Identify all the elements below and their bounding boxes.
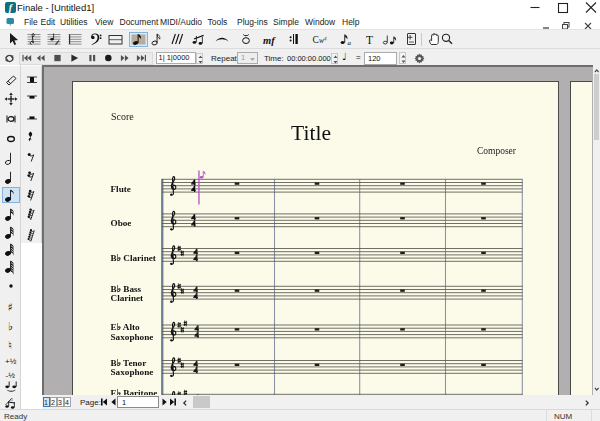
natural-button[interactable]: ♮ xyxy=(2,336,20,352)
repeat-tool-button[interactable] xyxy=(287,33,302,46)
menu-midi-audio[interactable]: MIDI/Audio xyxy=(160,16,202,28)
half-note-button[interactable] xyxy=(2,150,20,166)
key-signature-sharp xyxy=(181,362,184,368)
scroll-right-arrow[interactable] xyxy=(583,397,591,408)
sharp-button[interactable]: ♯ xyxy=(2,298,20,314)
tempo-field[interactable]: 120 xyxy=(364,52,397,65)
page-tab-3[interactable]: 3 xyxy=(57,397,64,408)
page-tab-1[interactable]: 1 xyxy=(43,397,50,408)
menu-view[interactable]: View xyxy=(95,16,113,28)
sixtyfourth-rest-button[interactable] xyxy=(23,206,41,222)
onetwentyeighth-note-button[interactable] xyxy=(2,258,20,274)
vertical-scrollbar[interactable] xyxy=(593,65,600,395)
half-rest-button[interactable] xyxy=(23,109,41,125)
next-page-button[interactable] xyxy=(161,396,169,407)
speedy-entry-tool-button[interactable] xyxy=(46,33,62,46)
to-start-button[interactable] xyxy=(21,52,34,64)
horizontal-scroll-thumb[interactable] xyxy=(193,396,210,408)
minimize-button[interactable] xyxy=(526,0,544,15)
page-number-input[interactable]: 1 xyxy=(117,396,159,409)
onetwentyeighth-rest-button[interactable] xyxy=(23,227,41,243)
whole-rest-button[interactable] xyxy=(23,90,41,106)
quarter-rest-button[interactable] xyxy=(23,129,41,145)
menu-utilities[interactable]: Utilities xyxy=(60,16,87,28)
horizontal-scrollbar[interactable] xyxy=(190,396,600,409)
menu-plug-ins[interactable]: Plug-ins xyxy=(237,16,268,28)
page-navigation-bar: 1234 Page: 1 xyxy=(42,395,600,409)
sixteenth-rest-button[interactable] xyxy=(23,168,41,184)
playback-counter-field[interactable]: 1| 1|0000 xyxy=(156,52,196,64)
chord-tool-button[interactable]: Cw♯ xyxy=(311,33,330,46)
menu-simple[interactable]: Simple xyxy=(273,16,299,28)
tuplet-tool-button[interactable] xyxy=(169,33,185,46)
menu-document[interactable]: Document xyxy=(120,16,159,28)
menu-help[interactable]: Help xyxy=(342,16,359,28)
measure-tool-button[interactable] xyxy=(107,33,124,46)
lyrics-tool-button[interactable]: a xyxy=(338,33,355,46)
repeat-select[interactable]: 1 xyxy=(237,52,258,64)
mdi-minimize-button[interactable] xyxy=(541,17,551,27)
first-page-button[interactable] xyxy=(100,396,108,407)
counter-spinner[interactable] xyxy=(196,53,203,64)
play-button[interactable] xyxy=(69,52,82,64)
zoom-tool-button[interactable] xyxy=(439,33,455,46)
tempo-spinner[interactable] xyxy=(399,52,406,64)
expression-tool-button[interactable]: mf xyxy=(261,33,279,46)
augmentation-dot-button[interactable] xyxy=(2,278,20,294)
eighth-rest-button[interactable] xyxy=(23,149,41,165)
move-button[interactable] xyxy=(2,91,20,107)
whole-note-button[interactable] xyxy=(2,131,20,147)
smart-shape-tool-button[interactable] xyxy=(213,33,231,46)
clef-tool-button[interactable] xyxy=(88,33,103,46)
menu-file[interactable]: File xyxy=(24,16,38,28)
last-page-button[interactable] xyxy=(169,396,177,407)
record-button[interactable] xyxy=(103,52,116,64)
sixtyfourth-note-button[interactable] xyxy=(2,241,20,257)
articulation-tool-button[interactable] xyxy=(239,33,253,46)
thirtysecond-note-button[interactable] xyxy=(2,224,20,240)
page-tab-2[interactable]: 2 xyxy=(50,397,57,408)
stop-icon xyxy=(53,54,65,63)
staff-lines-tool-button[interactable] xyxy=(67,33,83,46)
audio-setup-button[interactable] xyxy=(3,52,16,64)
menu-window[interactable]: Window xyxy=(305,16,335,28)
thirtysecond-rest-button[interactable] xyxy=(23,187,41,203)
grace-note-icon: 3 xyxy=(4,396,18,410)
mdi-close-button[interactable] xyxy=(583,17,593,27)
sixteenth-note-button[interactable] xyxy=(2,206,20,222)
quarter-note-button[interactable] xyxy=(2,169,20,185)
score-canvas[interactable]: ScoreTitleComposerFlute Oboe B♭ Clarinet… xyxy=(42,65,600,395)
grace-note-tool-button[interactable] xyxy=(190,33,206,46)
staff-tool-button[interactable] xyxy=(26,33,42,46)
page-tab-4[interactable]: 4 xyxy=(64,397,71,408)
eraser-button[interactable] xyxy=(2,72,20,88)
text-tool-button[interactable]: T xyxy=(363,33,377,46)
stop-button[interactable] xyxy=(52,52,65,64)
selection-tool-button[interactable] xyxy=(5,33,21,46)
page-layout-tool-button[interactable] xyxy=(404,33,419,46)
double-whole-note-button[interactable] xyxy=(2,111,20,127)
to-end-button[interactable] xyxy=(135,52,148,64)
rewind-button[interactable] xyxy=(35,52,48,64)
maximize-button[interactable] xyxy=(554,0,572,15)
mirror-tool-button[interactable] xyxy=(381,33,399,46)
time-spinner[interactable] xyxy=(331,53,338,64)
eighth-note-button[interactable] xyxy=(2,187,20,203)
close-button[interactable] xyxy=(582,0,600,15)
double-whole-rest-button[interactable] xyxy=(23,72,41,88)
tie-button[interactable] xyxy=(2,379,20,395)
fast-forward-button[interactable] xyxy=(119,52,132,64)
playback-settings-button[interactable] xyxy=(412,52,427,65)
menu-edit[interactable]: Edit xyxy=(41,16,56,28)
scroll-down-arrow[interactable] xyxy=(593,384,600,394)
scroll-left-arrow[interactable] xyxy=(181,397,189,408)
simple-entry-tool-button[interactable] xyxy=(129,32,148,47)
menu-tools[interactable]: Tools xyxy=(208,16,228,28)
pause-button[interactable] xyxy=(87,52,100,64)
note-entry-tool-button[interactable] xyxy=(149,33,165,46)
prev-page-button[interactable] xyxy=(109,396,117,407)
mdi-restore-button[interactable] xyxy=(561,17,571,27)
flat-button[interactable]: ♭ xyxy=(2,317,20,333)
half-step-up-icon: +½ xyxy=(4,353,18,367)
vertical-scroll-thumb[interactable] xyxy=(594,74,600,140)
